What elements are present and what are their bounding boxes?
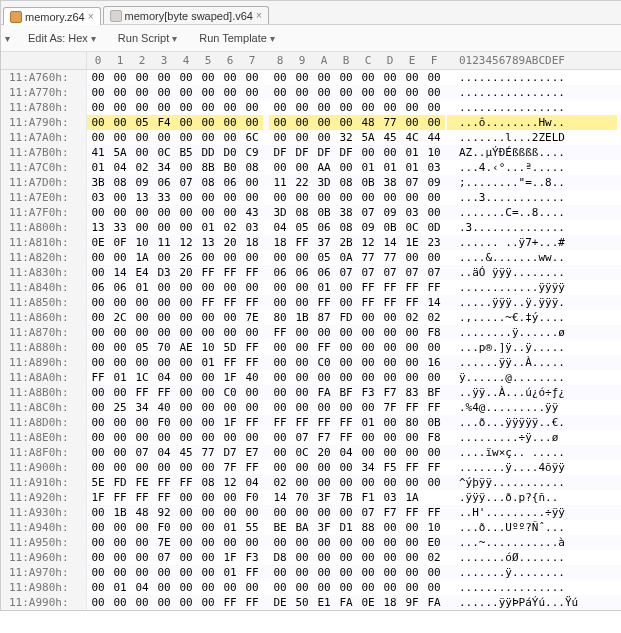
byte[interactable]: 03 [423, 160, 445, 175]
byte[interactable]: 00 [379, 430, 401, 445]
ascii-cell[interactable]: ..H'.........÷ÿÿ [447, 505, 617, 520]
byte[interactable]: 08 [197, 175, 219, 190]
byte[interactable]: 00 [423, 445, 445, 460]
byte[interactable]: 00 [313, 100, 335, 115]
byte[interactable]: 00 [335, 565, 357, 580]
byte[interactable]: D7 [219, 445, 241, 460]
byte[interactable]: FF [313, 340, 335, 355]
byte[interactable]: 00 [175, 550, 197, 565]
byte[interactable]: 00 [269, 580, 291, 595]
byte[interactable]: 00 [291, 70, 313, 85]
byte[interactable]: 00 [175, 325, 197, 340]
byte[interactable]: F7 [313, 430, 335, 445]
byte[interactable]: 0E [87, 235, 109, 250]
byte[interactable]: 00 [357, 430, 379, 445]
ascii-cell[interactable]: .........÷ÿ...ø [447, 430, 617, 445]
byte[interactable]: 88 [357, 520, 379, 535]
byte[interactable]: 00 [357, 325, 379, 340]
byte[interactable]: 00 [197, 205, 219, 220]
byte[interactable]: 06 [313, 265, 335, 280]
byte[interactable]: 00 [219, 205, 241, 220]
ascii-cell[interactable]: ...4.‹°...ª..... [447, 160, 617, 175]
byte[interactable]: 08 [335, 220, 357, 235]
byte[interactable]: 00 [153, 220, 175, 235]
byte[interactable]: 00 [87, 520, 109, 535]
byte[interactable]: 01 [197, 220, 219, 235]
byte[interactable]: 00 [423, 205, 445, 220]
byte[interactable]: 00 [269, 160, 291, 175]
byte[interactable]: 00 [175, 310, 197, 325]
byte[interactable]: 00 [401, 325, 423, 340]
byte[interactable]: 00 [379, 475, 401, 490]
byte[interactable]: 00 [219, 505, 241, 520]
byte[interactable]: 00 [153, 100, 175, 115]
byte[interactable]: 00 [131, 595, 153, 610]
byte[interactable]: 34 [131, 400, 153, 415]
byte[interactable]: 09 [379, 205, 401, 220]
ascii-cell[interactable]: ...... ..ÿ7+...# [447, 235, 617, 250]
byte[interactable]: 00 [153, 430, 175, 445]
hex-bytes[interactable]: 0000000700001FF3D800000000000002 [87, 550, 447, 565]
byte[interactable]: 1C [131, 370, 153, 385]
byte[interactable]: FF [197, 265, 219, 280]
byte[interactable]: 00 [269, 100, 291, 115]
byte[interactable]: 0A [335, 250, 357, 265]
byte[interactable]: 00 [423, 370, 445, 385]
ascii-cell[interactable]: ....ïw×ç.. ..... [447, 445, 617, 460]
ascii-cell[interactable]: ......ÿÿÞPáÝú...Ÿú [447, 595, 617, 610]
ascii-cell[interactable]: .....ÿÿÿ..ÿ.ÿÿÿ. [447, 295, 617, 310]
byte[interactable]: 00 [241, 250, 263, 265]
byte[interactable]: 87 [313, 310, 335, 325]
byte[interactable]: 00 [401, 115, 423, 130]
byte[interactable]: 00 [291, 565, 313, 580]
byte[interactable]: 00 [401, 340, 423, 355]
byte[interactable]: 38 [379, 175, 401, 190]
byte[interactable]: 00 [269, 250, 291, 265]
hex-row[interactable]: 11:A930h:001B4892000000000000000007F7FFF… [1, 505, 621, 520]
ascii-cell[interactable]: ................ [447, 580, 617, 595]
byte[interactable]: 00 [401, 85, 423, 100]
ascii-cell[interactable]: .,.....~€.‡ý.... [447, 310, 617, 325]
byte[interactable]: 12 [175, 235, 197, 250]
ascii-cell[interactable]: AZ..µÝÐÉßßßß.... [447, 145, 617, 160]
byte[interactable]: 01 [357, 160, 379, 175]
byte[interactable]: 4C [401, 130, 423, 145]
byte[interactable]: FF [153, 385, 175, 400]
byte[interactable]: 00 [175, 430, 197, 445]
byte[interactable]: AA [313, 160, 335, 175]
byte[interactable]: DF [313, 145, 335, 160]
hex-bytes[interactable]: 002C00000000007E801B87FD00000202 [87, 310, 447, 325]
byte[interactable]: 00 [175, 505, 197, 520]
hex-bytes[interactable]: 00000000000000000000000000000000 [87, 85, 447, 100]
byte[interactable]: 00 [219, 535, 241, 550]
byte[interactable]: 14 [109, 265, 131, 280]
byte[interactable]: 00 [291, 460, 313, 475]
hex-bytes[interactable]: 00001A00260000000000050A77770000 [87, 250, 447, 265]
byte[interactable]: 00 [423, 190, 445, 205]
hex-row[interactable]: 11:A840h:060601000000000000000100FFFFFFF… [1, 280, 621, 295]
byte[interactable]: 00 [423, 70, 445, 85]
byte[interactable]: 00 [87, 415, 109, 430]
byte[interactable]: 07 [131, 445, 153, 460]
byte[interactable]: 00 [131, 520, 153, 535]
byte[interactable]: 00 [219, 85, 241, 100]
ascii-cell[interactable]: ...~...........à [447, 535, 617, 550]
byte[interactable]: 00 [401, 430, 423, 445]
byte[interactable]: 00 [379, 580, 401, 595]
byte[interactable]: 02 [219, 220, 241, 235]
byte[interactable]: BF [423, 385, 445, 400]
byte[interactable]: 00 [153, 205, 175, 220]
byte[interactable]: 00 [87, 385, 109, 400]
byte[interactable]: C0 [219, 385, 241, 400]
byte[interactable]: 11 [269, 175, 291, 190]
byte[interactable]: 13 [87, 220, 109, 235]
hex-bytes[interactable]: 00000000000000000000000000000000 [87, 70, 447, 85]
byte[interactable]: 16 [423, 355, 445, 370]
byte[interactable]: F3 [357, 385, 379, 400]
byte[interactable]: 00 [357, 145, 379, 160]
byte[interactable]: 00 [87, 130, 109, 145]
hex-row[interactable]: 11:A880h:00000570AE105DFF0000FF000000000… [1, 340, 621, 355]
byte[interactable]: 00 [291, 85, 313, 100]
byte[interactable]: 13 [197, 235, 219, 250]
byte[interactable]: 02 [423, 550, 445, 565]
